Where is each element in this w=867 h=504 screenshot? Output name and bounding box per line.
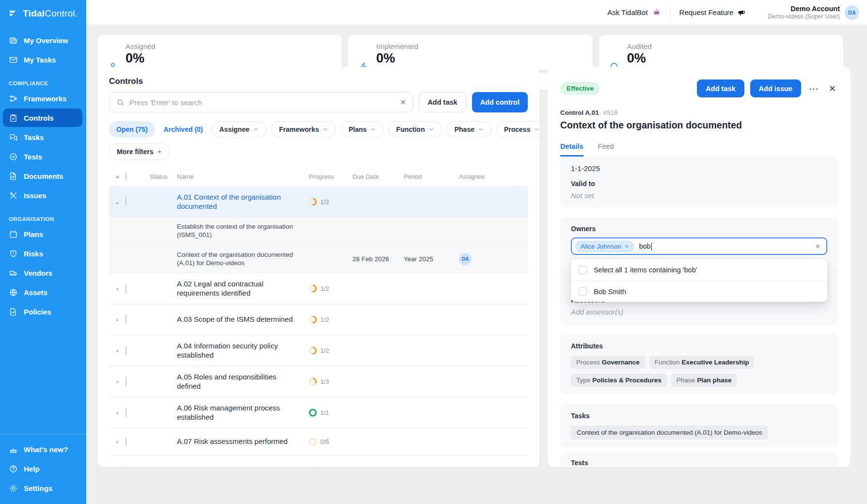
chevron-down-icon	[428, 126, 434, 132]
filter-assignee[interactable]: Assignee	[212, 121, 267, 138]
table-row[interactable]: › A.06 Risk management process establish…	[109, 397, 528, 428]
sidebar-item-assets[interactable]: Assets	[3, 283, 82, 301]
expand-chevron-icon[interactable]: ›	[109, 409, 126, 416]
sidebar-footer: What's new? Help Settings	[0, 434, 86, 504]
table-row[interactable]: › A.07 Risk assessments performed 0/5	[109, 428, 528, 455]
option-checkbox[interactable]	[579, 287, 587, 296]
app-logo[interactable]: TidalControl.	[0, 0, 86, 26]
account-menu[interactable]: Demo Account Demo-videos (Super User) DA	[768, 5, 859, 20]
control-name[interactable]: A.01 Context of the organisation documen…	[177, 193, 309, 211]
sidebar-item-issues[interactable]: Issues	[3, 186, 82, 205]
sidebar-item-help[interactable]: Help	[3, 459, 82, 478]
attribute-pill-phase: PhasePlan phase	[671, 374, 737, 387]
expand-chevron-icon[interactable]: ›	[109, 438, 126, 445]
controls-search-input[interactable]	[129, 98, 395, 107]
remove-owner-icon[interactable]: ✕	[625, 244, 629, 249]
collapse-all-icon[interactable]: »	[109, 173, 126, 180]
assessors-placeholder[interactable]: Add assessor(s)	[571, 308, 827, 316]
table-row[interactable]: › A.04 Information security policy estab…	[109, 335, 528, 366]
progress-donut	[309, 378, 317, 386]
control-name[interactable]: A.06 Risk management process established	[177, 404, 309, 422]
add-control-button[interactable]: Add control	[472, 92, 528, 112]
table-row[interactable]: › A.02 Legal and contractual requirement…	[109, 273, 528, 304]
filter-phase[interactable]: Phase	[447, 121, 491, 138]
expand-chevron-icon[interactable]: ⌄	[109, 198, 126, 205]
row-checkbox[interactable]	[126, 377, 126, 386]
row-checkbox[interactable]	[126, 408, 126, 417]
sidebar-item-frameworks[interactable]: Frameworks	[3, 89, 82, 108]
add-task-button[interactable]: Add task	[419, 92, 466, 112]
filter-plans[interactable]: Plans	[341, 121, 383, 138]
table-row[interactable]: ›	[109, 455, 528, 467]
attributes-label: Attributes	[571, 342, 827, 350]
sidebar-item-risks[interactable]: Risks	[3, 244, 82, 263]
row-checkbox[interactable]	[126, 315, 126, 324]
filter-frameworks[interactable]: Frameworks	[271, 121, 336, 138]
overview-icon	[9, 36, 18, 45]
expand-chevron-icon[interactable]: ›	[109, 316, 126, 323]
control-name[interactable]: A.04 Information security policy establi…	[177, 342, 309, 360]
controls-search-box: ✕	[109, 92, 413, 112]
sidebar-item-controls[interactable]: Controls	[3, 109, 82, 127]
controls-icon	[9, 113, 18, 123]
assignee-avatar[interactable]: DA	[459, 253, 472, 266]
text-caret	[651, 242, 652, 251]
mail-icon	[9, 55, 18, 64]
filter-process[interactable]: Process	[496, 121, 539, 138]
more-filters-button[interactable]: More filters	[109, 143, 170, 160]
sidebar-item-plans[interactable]: Plans	[3, 225, 82, 243]
request-feature-button[interactable]: Request Feature	[671, 8, 756, 17]
row-checkbox[interactable]	[126, 284, 126, 293]
task-pill[interactable]: Context of the organisation documented (…	[571, 425, 768, 440]
sidebar-item-policies[interactable]: Policies	[3, 302, 82, 321]
select-all-checkbox[interactable]	[579, 266, 587, 274]
detail-add-task-button[interactable]: Add task	[697, 79, 744, 97]
sidebar-item-vendors[interactable]: Vendors	[3, 264, 82, 282]
attributes-list: ProcessGovernanceFunctionExecutive Leade…	[571, 356, 827, 387]
filter-function[interactable]: Function	[389, 121, 442, 138]
progress-donut	[309, 409, 317, 417]
table-row[interactable]: › A.03 Scope of the ISMS determined 1/2	[109, 304, 528, 335]
tests-label: Tests	[571, 459, 827, 467]
table-subrow[interactable]: Context of the organisation documented (…	[109, 245, 528, 273]
sidebar-item-documents[interactable]: Documents	[3, 167, 82, 185]
table-row[interactable]: ⌄ A.01 Context of the organisation docum…	[109, 186, 528, 217]
search-clear-icon[interactable]: ✕	[400, 98, 406, 106]
ask-tidalbot-button[interactable]: Ask TidalBot	[599, 8, 670, 17]
control-name[interactable]: A.05 Roles and responsibilities defined	[177, 373, 309, 391]
control-name[interactable]: A.07 Risk assessments performed	[177, 437, 309, 446]
sidebar-item-my-overview[interactable]: My Overview	[3, 31, 82, 49]
expand-chevron-icon[interactable]: ›	[109, 285, 126, 292]
detail-add-issue-button[interactable]: Add issue	[750, 79, 801, 97]
row-checkbox[interactable]	[126, 437, 126, 446]
row-checkbox[interactable]	[126, 466, 126, 467]
dropdown-select-all-option[interactable]: Select all 1 items containing 'bob'	[571, 259, 827, 281]
control-name[interactable]: A.03 Scope of the ISMS determined	[177, 315, 309, 324]
table-row[interactable]: › A.05 Roles and responsibilities define…	[109, 366, 528, 397]
tab-feed[interactable]: Feed	[598, 142, 614, 157]
owners-input[interactable]: Alice Johnson ✕ bob ✕	[571, 237, 827, 255]
table-subrow[interactable]: Establish the context of the organisatio…	[109, 217, 528, 245]
sidebar-item-my-tasks[interactable]: My Tasks	[3, 50, 82, 69]
account-avatar[interactable]: DA	[845, 5, 859, 20]
select-all-checkbox[interactable]	[126, 173, 126, 181]
more-options-icon[interactable]: ⋯	[807, 84, 821, 94]
expand-chevron-icon[interactable]: ›	[109, 378, 126, 385]
row-checkbox[interactable]	[126, 346, 126, 355]
sidebar-item-what-s-new[interactable]: What's new?	[3, 440, 82, 458]
control-reference: Control A.01 #518	[560, 109, 838, 116]
sidebar-item-tests[interactable]: Tests	[3, 147, 82, 166]
tab-archived-0[interactable]: Archived (0)	[160, 121, 207, 138]
dropdown-option-bob-smith[interactable]: Bob Smith	[571, 281, 827, 302]
control-name[interactable]: A.02 Legal and contractual requirements …	[177, 280, 309, 298]
row-checkbox[interactable]	[126, 197, 126, 206]
due-date: 28 Feb 2026	[352, 255, 404, 263]
sidebar-item-settings[interactable]: Settings	[3, 479, 82, 497]
expand-chevron-icon[interactable]: ›	[109, 347, 126, 354]
attribute-pill-function: FunctionExecutive Leadership	[649, 356, 755, 369]
close-icon[interactable]: ✕	[827, 84, 838, 93]
tab-open-75[interactable]: Open (75)	[109, 121, 155, 138]
owners-clear-icon[interactable]: ✕	[815, 243, 820, 250]
sidebar-item-tasks[interactable]: Tasks	[3, 128, 82, 146]
tab-details[interactable]: Details	[560, 142, 583, 157]
